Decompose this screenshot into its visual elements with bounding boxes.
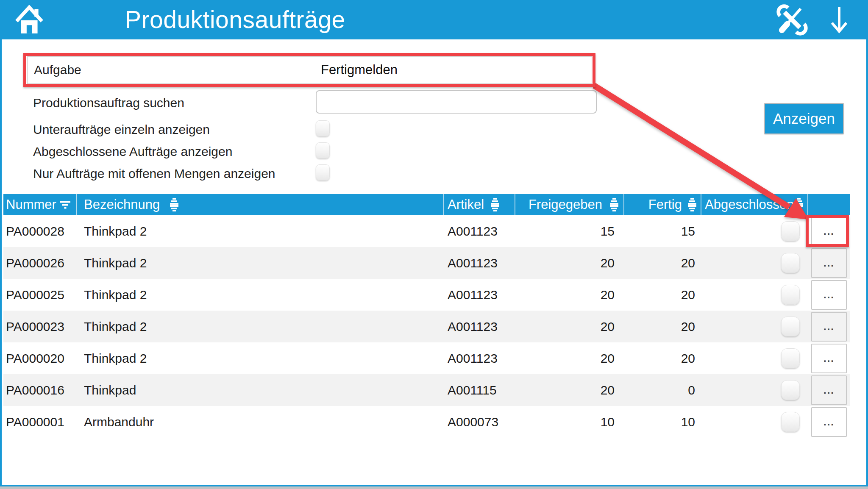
anzeigen-button[interactable]: Anzeigen bbox=[764, 103, 844, 134]
cell-artikel: A001123 bbox=[444, 342, 515, 374]
table-row[interactable]: PA000023Thinkpad 2A0011232020... bbox=[3, 311, 850, 342]
abgeschlossen-checkbox[interactable] bbox=[781, 348, 800, 368]
cell-freigegeben: 10 bbox=[515, 406, 624, 438]
cell-abgeschlossen bbox=[701, 247, 808, 279]
cell-actions: ... bbox=[808, 342, 850, 374]
cell-bezeichnung: Thinkpad 2 bbox=[77, 215, 444, 247]
download-arrow-icon bbox=[830, 29, 849, 36]
row-actions-button[interactable]: ... bbox=[811, 375, 847, 405]
checkbox-abgeschlossene[interactable] bbox=[316, 142, 330, 158]
table-row[interactable]: PA000026Thinkpad 2A0011232020... bbox=[3, 247, 850, 279]
aufgabe-value[interactable]: Fertigmelden bbox=[316, 57, 592, 83]
cell-fertig: 0 bbox=[624, 374, 701, 406]
orders-table: NummerBezeichnungArtikelFreigegebenFerti… bbox=[3, 194, 850, 438]
cell-actions: ... bbox=[808, 374, 850, 406]
cell-bezeichnung: Thinkpad 2 bbox=[77, 311, 444, 342]
column-header-actions bbox=[808, 194, 850, 215]
checkbox-label-unterauftraege: Unteraufträge einzeln anzeigen bbox=[33, 122, 210, 137]
cell-abgeschlossen bbox=[701, 279, 808, 311]
tools-icon bbox=[776, 30, 808, 37]
cell-nummer: PA000016 bbox=[3, 374, 77, 406]
abgeschlossen-checkbox[interactable] bbox=[781, 380, 800, 400]
table-header: NummerBezeichnungArtikelFreigegebenFerti… bbox=[3, 194, 850, 215]
cell-artikel: A001123 bbox=[444, 279, 515, 311]
cell-nummer: PA000025 bbox=[3, 279, 77, 311]
checkbox-offene-mengen[interactable] bbox=[316, 164, 330, 181]
column-header-abgeschlossen[interactable]: Abgeschlossen bbox=[701, 194, 808, 215]
row-actions-button[interactable]: ... bbox=[811, 407, 847, 437]
table-row[interactable]: PA000020Thinkpad 2A0011232020... bbox=[3, 342, 850, 374]
row-actions-button[interactable]: ... bbox=[811, 217, 847, 246]
column-label-nummer: Nummer bbox=[6, 197, 56, 212]
row-actions-button[interactable]: ... bbox=[811, 344, 847, 373]
cell-abgeschlossen bbox=[701, 215, 808, 247]
row-actions-button[interactable]: ... bbox=[811, 280, 847, 310]
row-actions-button[interactable]: ... bbox=[811, 312, 847, 342]
cell-fertig: 20 bbox=[624, 311, 701, 342]
cell-bezeichnung: Thinkpad 2 bbox=[77, 247, 444, 279]
cell-abgeschlossen bbox=[701, 374, 808, 406]
cell-bezeichnung: Thinkpad 2 bbox=[77, 279, 444, 311]
abgeschlossen-checkbox[interactable] bbox=[781, 317, 800, 336]
cell-freigegeben: 20 bbox=[515, 247, 624, 279]
download-button[interactable] bbox=[830, 6, 849, 35]
row-actions-button[interactable]: ... bbox=[811, 248, 847, 278]
column-label-artikel: Artikel bbox=[448, 197, 484, 212]
sort-both-icon bbox=[170, 198, 178, 211]
table-row[interactable]: PA000025Thinkpad 2A0011232020... bbox=[3, 279, 850, 311]
cell-nummer: PA000028 bbox=[3, 215, 77, 247]
table-row[interactable]: PA000001ArmbanduhrA0000731010... bbox=[3, 406, 850, 438]
table-body: PA000028Thinkpad 2A0011231515...PA000026… bbox=[3, 215, 850, 438]
cell-actions: ... bbox=[808, 247, 850, 279]
page-title: Produktionsaufträge bbox=[125, 0, 345, 39]
settings-button[interactable] bbox=[776, 4, 808, 36]
filter-down-icon bbox=[60, 201, 70, 209]
cell-fertig: 10 bbox=[624, 406, 701, 438]
column-label-fertig: Fertig bbox=[648, 197, 682, 212]
cell-nummer: PA000020 bbox=[3, 342, 77, 374]
column-header-fertig[interactable]: Fertig bbox=[624, 194, 701, 215]
search-input[interactable] bbox=[316, 90, 597, 114]
sort-both-icon bbox=[610, 198, 618, 211]
cell-freigegeben: 20 bbox=[515, 342, 624, 374]
cell-artikel: A001115 bbox=[444, 374, 515, 406]
cell-abgeschlossen bbox=[701, 406, 808, 438]
table-row[interactable]: PA000028Thinkpad 2A0011231515... bbox=[3, 215, 850, 247]
home-icon bbox=[15, 29, 43, 36]
cell-freigegeben: 15 bbox=[515, 215, 624, 247]
cell-actions: ... bbox=[808, 279, 850, 311]
cell-nummer: PA000026 bbox=[3, 247, 77, 279]
abgeschlossen-checkbox[interactable] bbox=[781, 412, 800, 432]
abgeschlossen-checkbox[interactable] bbox=[781, 285, 800, 305]
column-header-nummer[interactable]: Nummer bbox=[3, 194, 77, 215]
aufgabe-field[interactable]: Aufgabe Fertigmelden bbox=[27, 56, 592, 84]
table-row[interactable]: PA000016ThinkpadA001115200... bbox=[3, 374, 850, 406]
column-header-artikel[interactable]: Artikel bbox=[444, 194, 515, 215]
column-label-abgeschlossen: Abgeschlossen bbox=[705, 197, 794, 212]
top-bar: Produktionsaufträge bbox=[0, 0, 868, 39]
cell-artikel: A001123 bbox=[444, 311, 515, 342]
cell-bezeichnung: Thinkpad bbox=[77, 374, 444, 406]
app-window: Produktionsaufträge bbox=[0, 0, 868, 486]
cell-fertig: 20 bbox=[624, 247, 701, 279]
column-header-bezeichnung[interactable]: Bezeichnung bbox=[77, 194, 444, 215]
cell-fertig: 20 bbox=[624, 279, 701, 311]
abgeschlossen-checkbox[interactable] bbox=[781, 253, 800, 273]
aufgabe-label: Aufgabe bbox=[28, 57, 316, 83]
cell-fertig: 20 bbox=[624, 342, 701, 374]
column-header-freigegeben[interactable]: Freigegeben bbox=[515, 194, 624, 215]
cell-artikel: A000073 bbox=[444, 406, 515, 438]
cell-nummer: PA000001 bbox=[3, 406, 77, 438]
home-button[interactable] bbox=[15, 5, 43, 35]
cell-abgeschlossen bbox=[701, 342, 808, 374]
column-label-bezeichnung: Bezeichnung bbox=[84, 197, 160, 212]
cell-artikel: A001123 bbox=[444, 247, 515, 279]
cell-freigegeben: 20 bbox=[515, 374, 624, 406]
cell-actions: ... bbox=[808, 406, 850, 438]
sort-both-icon bbox=[795, 198, 803, 211]
checkbox-unterauftraege[interactable] bbox=[316, 120, 330, 136]
window-border-left bbox=[0, 0, 2, 486]
checkbox-label-offene-mengen: Nur Aufträge mit offenen Mengen anzeigen bbox=[33, 167, 275, 181]
abgeschlossen-checkbox[interactable] bbox=[781, 221, 800, 241]
sort-both-icon bbox=[491, 198, 499, 211]
